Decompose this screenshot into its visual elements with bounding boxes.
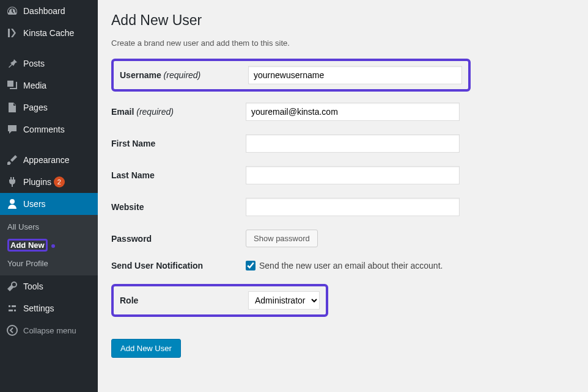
last-name-input[interactable] bbox=[246, 166, 460, 184]
role-label: Role bbox=[120, 296, 248, 305]
sidebar-item-users[interactable]: Users bbox=[0, 193, 98, 215]
notify-checkbox[interactable] bbox=[246, 261, 255, 270]
sidebar-item-appearance[interactable]: Appearance bbox=[0, 149, 98, 171]
svg-point-0 bbox=[7, 325, 17, 335]
sidebar-item-media[interactable]: Media bbox=[0, 74, 98, 96]
sidebar-item-kinsta[interactable]: Kinsta Cache bbox=[0, 22, 98, 44]
brush-icon bbox=[6, 154, 18, 166]
email-label: Email (required) bbox=[111, 107, 246, 117]
main-content: Add New User Create a brand new user and… bbox=[98, 0, 588, 392]
label: Appearance bbox=[23, 155, 70, 165]
collapse-menu[interactable]: Collapse menu bbox=[0, 319, 98, 341]
wrench-icon bbox=[6, 280, 18, 292]
highlight-username: Username (required) bbox=[111, 59, 471, 92]
dashboard-icon bbox=[6, 5, 18, 17]
label: Posts bbox=[23, 59, 45, 68]
sidebar-item-settings[interactable]: Settings bbox=[0, 297, 98, 319]
username-label: Username (required) bbox=[120, 70, 248, 80]
show-password-button[interactable]: Show password bbox=[246, 230, 318, 247]
sidebar-item-plugins[interactable]: Plugins 2 bbox=[0, 171, 98, 193]
password-label: Password bbox=[111, 234, 246, 244]
update-badge: 2 bbox=[54, 176, 65, 187]
page-description: Create a brand new user and add them to … bbox=[111, 38, 575, 48]
pin-icon bbox=[6, 57, 18, 70]
page-icon bbox=[6, 101, 18, 114]
label: Dashboard bbox=[23, 6, 65, 16]
label: Users bbox=[23, 199, 46, 209]
sidebar-item-pages[interactable]: Pages bbox=[0, 96, 98, 118]
notify-label: Send User Notification bbox=[111, 261, 246, 270]
add-user-button[interactable]: Add New User bbox=[111, 339, 181, 358]
label: Media bbox=[23, 81, 46, 90]
comment-icon bbox=[6, 123, 18, 136]
submenu-your-profile[interactable]: Your Profile bbox=[0, 255, 98, 272]
plugin-icon bbox=[6, 176, 18, 188]
label: Plugins bbox=[23, 177, 51, 187]
notify-text: Send the new user an email about their a… bbox=[259, 261, 443, 270]
website-label: Website bbox=[111, 202, 246, 212]
highlight-dot bbox=[51, 244, 55, 248]
submenu-add-new[interactable]: Add New bbox=[0, 235, 98, 255]
submenu-all-users[interactable]: All Users bbox=[0, 219, 98, 235]
last-name-label: Last Name bbox=[111, 170, 246, 180]
page-title: Add New User bbox=[111, 12, 575, 29]
label: Kinsta Cache bbox=[23, 28, 74, 38]
highlight-role: Role Administrator bbox=[111, 284, 328, 317]
website-input[interactable] bbox=[246, 198, 460, 216]
username-input[interactable] bbox=[248, 66, 462, 84]
kinsta-icon bbox=[6, 27, 18, 39]
sidebar-item-tools[interactable]: Tools bbox=[0, 275, 98, 297]
label: Comments bbox=[23, 125, 65, 134]
label: Tools bbox=[23, 281, 43, 291]
sidebar-item-posts[interactable]: Posts bbox=[0, 53, 98, 74]
user-icon bbox=[6, 198, 18, 210]
role-select[interactable]: Administrator bbox=[248, 291, 320, 310]
first-name-label: First Name bbox=[111, 139, 246, 148]
first-name-input[interactable] bbox=[246, 134, 460, 153]
sidebar-item-dashboard[interactable]: Dashboard bbox=[0, 0, 98, 22]
collapse-icon bbox=[6, 324, 18, 336]
media-icon bbox=[6, 79, 18, 92]
email-input[interactable] bbox=[246, 103, 460, 121]
admin-sidebar: Dashboard Kinsta Cache Posts Media Pages… bbox=[0, 0, 98, 392]
settings-icon bbox=[6, 302, 18, 314]
label: Settings bbox=[23, 303, 54, 313]
label: Collapse menu bbox=[23, 326, 76, 335]
sidebar-item-comments[interactable]: Comments bbox=[0, 118, 98, 140]
label: Pages bbox=[23, 103, 48, 112]
users-submenu: All Users Add New Your Profile bbox=[0, 215, 98, 275]
